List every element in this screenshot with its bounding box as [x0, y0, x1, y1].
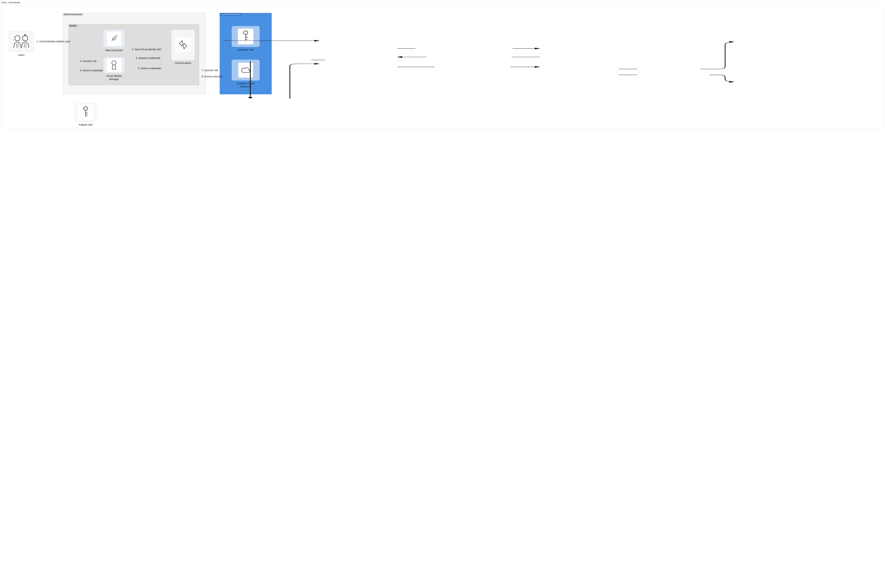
node-users-label: Users [18, 54, 25, 57]
node-cloud-runtime: Cloud Runtime [171, 30, 195, 65]
step-2-label: 2. Send Cloud Identity RID [132, 48, 161, 51]
node-data-connector: Data Connector [104, 30, 124, 52]
keyhole-icon [110, 60, 118, 71]
node-cloud-runtime-label: Cloud Runtime [175, 62, 191, 65]
node-cloud-identity-manager: Cloud Identity Manager [104, 57, 124, 81]
svg-point-0 [15, 36, 20, 41]
cloud-icon [240, 66, 251, 75]
step-6-label: 6. Return credentials [138, 67, 161, 70]
step-8-label: 8. Access resource [202, 75, 222, 78]
node-cim-label: Cloud Identity Manager [106, 75, 122, 81]
svg-point-5 [84, 107, 88, 110]
page-title: Cloud - Cloud Identity [2, 2, 884, 3]
arrows-exchange-icon [177, 39, 189, 51]
node-users: Users [8, 31, 34, 57]
step-1-label: 1. User/Schedule initiates sync [36, 40, 70, 43]
node-ccr-label: Customer Cloud Resource [237, 82, 255, 88]
step-3-label: 3. Request credentials [136, 57, 160, 60]
key-icon [241, 30, 250, 43]
node-customer-iam: Customer IAM [232, 26, 260, 51]
node-palantir-iam-label: Palantir IAM [79, 123, 92, 126]
step-7-label: 7. Assume role [202, 69, 218, 72]
region-label-customer: Customer Cloud Account [220, 13, 242, 16]
region-label-palantir: Palantir Cloud Account [63, 13, 83, 16]
step-4-label: 4. Assume role [80, 60, 97, 63]
key-icon [81, 106, 91, 119]
svg-point-6 [243, 31, 248, 34]
svg-rect-3 [112, 37, 116, 40]
svg-point-1 [22, 36, 28, 41]
users-icon [10, 33, 32, 50]
node-customer-iam-label: Customer IAM [238, 48, 254, 51]
node-data-connector-label: Data Connector [105, 49, 123, 52]
region-label-foundry: Foundry [69, 24, 77, 27]
node-customer-cloud-resource: Customer Cloud Resource [232, 60, 260, 88]
step-5-label: 5. Return credentials [80, 69, 103, 72]
diagram-frame: Palantir Cloud Account Foundry Customer … [2, 4, 884, 129]
node-palantir-iam: Palantir IAM [74, 103, 97, 126]
svg-point-4 [112, 61, 116, 65]
plug-icon [109, 34, 119, 44]
